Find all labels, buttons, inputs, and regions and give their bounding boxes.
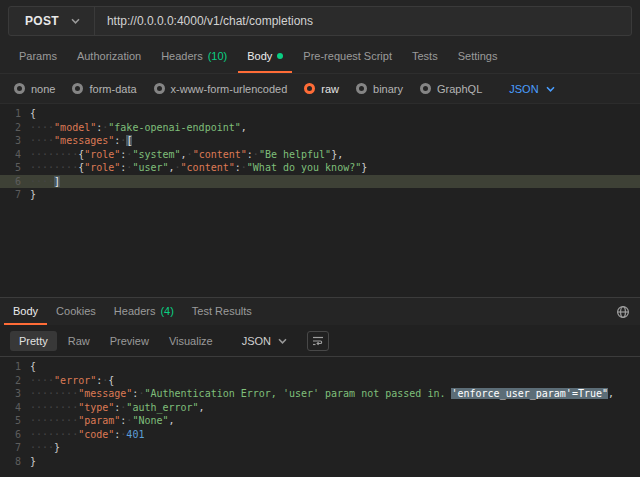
headers-count-badge: (4) (160, 305, 173, 317)
mode-none[interactable]: none (14, 83, 55, 95)
code-line[interactable]: 7} (0, 188, 640, 202)
method-label: POST (25, 14, 59, 28)
response-section: Body Cookies Headers (4) Test Results (0, 297, 640, 477)
method-select[interactable]: POST (9, 7, 95, 35)
mode-graphql[interactable]: GraphQL (420, 83, 482, 95)
view-pretty-button[interactable]: Pretty (10, 331, 57, 351)
code-text: { (30, 107, 36, 121)
code-line[interactable]: 1{ (0, 360, 640, 374)
radio-selected-icon (304, 83, 315, 94)
code-line[interactable]: 2····"error":·{ (0, 374, 640, 388)
language-label: JSON (509, 83, 538, 95)
code-text: ········"code":·401 (30, 428, 144, 442)
code-line[interactable]: 1{ (0, 107, 640, 121)
line-number: 2 (0, 374, 30, 388)
mode-x-www-form-urlencoded[interactable]: x-www-form-urlencoded (154, 83, 288, 95)
mode-label: raw (321, 83, 339, 95)
body-modified-dot-icon (277, 53, 283, 59)
response-tab-body[interactable]: Body (4, 298, 47, 325)
response-tab-headers[interactable]: Headers (4) (105, 298, 183, 325)
request-tabs: Params Authorization Headers (10) Body P… (0, 41, 640, 74)
mode-label: binary (373, 83, 403, 95)
response-meta-icons (616, 298, 630, 325)
mode-label: x-www-form-urlencoded (171, 83, 288, 95)
language-label: JSON (242, 335, 271, 347)
code-line[interactable]: 5········"param":·"None", (0, 414, 640, 428)
line-number: 1 (0, 107, 30, 121)
wrap-text-icon (312, 335, 324, 347)
mode-label: GraphQL (437, 83, 482, 95)
chevron-down-icon (546, 86, 555, 92)
radio-icon (154, 83, 165, 94)
code-line[interactable]: 7····} (0, 441, 640, 455)
chevron-down-icon (278, 338, 287, 344)
line-number: 5 (0, 161, 30, 175)
code-text: ····] (30, 175, 60, 189)
tab-label: Authorization (77, 50, 141, 62)
tab-tests[interactable]: Tests (403, 41, 447, 73)
response-language-select[interactable]: JSON (236, 331, 293, 351)
view-visualize-button[interactable]: Visualize (160, 331, 222, 351)
code-text: ········{"role":·"system",·"content":·"B… (30, 148, 343, 162)
tab-authorization[interactable]: Authorization (68, 41, 150, 73)
line-number: 7 (0, 441, 30, 455)
line-number: 7 (0, 188, 30, 202)
wrap-text-button[interactable] (307, 331, 329, 351)
tab-label: Tests (412, 50, 438, 62)
line-number: 5 (0, 414, 30, 428)
tab-headers[interactable]: Headers (10) (152, 41, 236, 73)
view-raw-button[interactable]: Raw (59, 331, 99, 351)
line-number: 6 (0, 175, 30, 189)
code-text: ····"messages":·[ (30, 134, 132, 148)
code-line[interactable]: 8} (0, 455, 640, 469)
code-text: ········"message":·"Authentication Error… (30, 387, 614, 401)
line-number: 4 (0, 148, 30, 162)
code-line[interactable]: 6····] (0, 175, 640, 189)
tab-body[interactable]: Body (238, 41, 292, 73)
code-text: ········"type":·"auth_error", (30, 401, 205, 415)
tab-params[interactable]: Params (10, 41, 66, 73)
globe-icon[interactable] (616, 305, 630, 319)
line-number: 6 (0, 428, 30, 442)
mode-label: form-data (89, 83, 136, 95)
api-client-window: POST http://0.0.0.0:4000/v1/chat/complet… (0, 0, 640, 477)
code-line[interactable]: 4········"type":·"auth_error", (0, 401, 640, 415)
tab-pre-request-script[interactable]: Pre-request Script (294, 41, 401, 73)
headers-count-badge: (10) (208, 50, 228, 62)
tab-label: Headers (114, 305, 156, 317)
line-number: 3 (0, 134, 30, 148)
tab-label: Test Results (192, 305, 252, 317)
code-text: { (30, 360, 36, 374)
code-line[interactable]: 5········{"role":·"user",·"content":·"Wh… (0, 161, 640, 175)
tab-label: Settings (458, 50, 498, 62)
line-number: 3 (0, 387, 30, 401)
mode-raw[interactable]: raw (304, 83, 339, 95)
code-line[interactable]: 2····"model":·"fake-openai-endpoint", (0, 121, 640, 135)
line-number: 2 (0, 121, 30, 135)
response-tabs: Body Cookies Headers (4) Test Results (0, 298, 640, 325)
mode-label: none (31, 83, 55, 95)
line-number: 4 (0, 401, 30, 415)
url-input[interactable]: http://0.0.0.0:4000/v1/chat/completions (95, 7, 631, 35)
chevron-down-icon (71, 18, 80, 24)
code-text: ····} (30, 441, 60, 455)
tab-label: Body (247, 50, 272, 62)
tab-label: Body (13, 305, 38, 317)
line-number: 1 (0, 360, 30, 374)
code-line[interactable]: 4········{"role":·"system",·"content":·"… (0, 148, 640, 162)
radio-icon (72, 83, 83, 94)
code-text: } (30, 188, 36, 202)
response-editor[interactable]: 1{2····"error":·{3········"message":·"Au… (0, 356, 640, 477)
mode-form-data[interactable]: form-data (72, 83, 136, 95)
response-tab-cookies[interactable]: Cookies (47, 298, 105, 325)
code-line[interactable]: 6········"code":·401 (0, 428, 640, 442)
code-text: ····"error":·{ (30, 374, 114, 388)
mode-binary[interactable]: binary (356, 83, 403, 95)
raw-language-select[interactable]: JSON (509, 83, 554, 95)
code-line[interactable]: 3········"message":·"Authentication Erro… (0, 387, 640, 401)
request-editor[interactable]: 1{2····"model":·"fake-openai-endpoint",3… (0, 104, 640, 297)
response-tab-test-results[interactable]: Test Results (183, 298, 261, 325)
code-line[interactable]: 3····"messages":·[ (0, 134, 640, 148)
tab-settings[interactable]: Settings (449, 41, 507, 73)
view-preview-button[interactable]: Preview (101, 331, 158, 351)
